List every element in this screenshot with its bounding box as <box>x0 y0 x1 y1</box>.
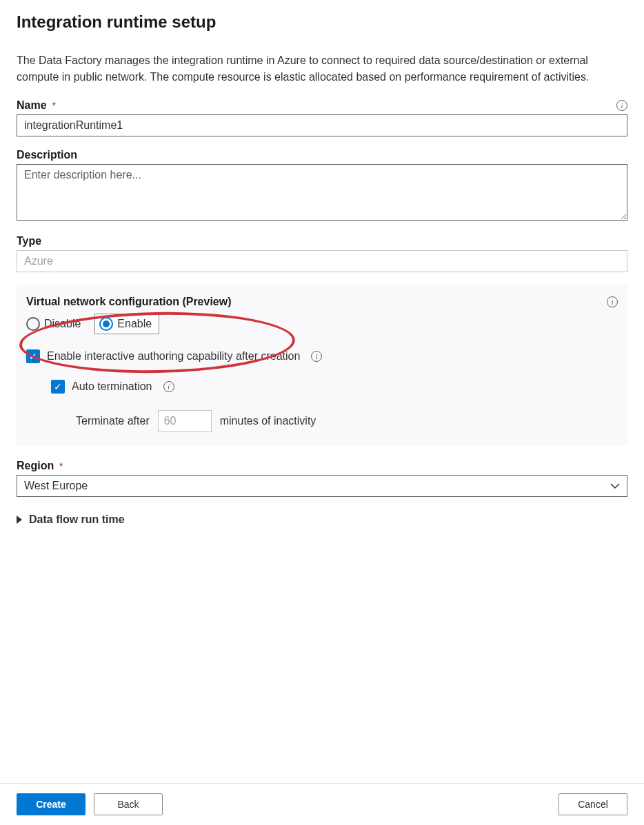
vnet-panel: Virtual network configuration (Preview) … <box>17 285 627 446</box>
region-required: * <box>59 460 63 471</box>
create-button[interactable]: Create <box>17 793 85 815</box>
type-label: Type <box>17 235 41 247</box>
vnet-enable-label: Enable <box>117 318 152 330</box>
region-field: Region * West Europe <box>17 460 627 497</box>
name-required: * <box>52 100 55 111</box>
chevron-down-icon <box>610 481 620 491</box>
checkmark-icon: ✓ <box>29 352 37 361</box>
description-input[interactable] <box>17 164 627 221</box>
info-icon[interactable]: i <box>607 296 618 307</box>
terminate-minutes-input[interactable] <box>158 410 212 432</box>
auto-termination-checkbox-row: ✓ Auto termination i <box>51 380 618 394</box>
interactive-authoring-label: Enable interactive authoring capability … <box>47 350 300 363</box>
type-field: Type <box>17 235 627 272</box>
page-description: The Data Factory manages the integration… <box>17 52 627 85</box>
checkmark-icon: ✓ <box>54 382 62 391</box>
vnet-radio-group: Disable Enable <box>26 314 618 334</box>
radio-checked-icon <box>99 317 113 331</box>
type-input <box>17 250 627 272</box>
name-label: Name <box>17 99 47 111</box>
dataflow-expander[interactable]: Data flow run time <box>17 513 627 526</box>
name-field: Name * i <box>17 99 627 136</box>
back-button[interactable]: Back <box>94 793 163 815</box>
auto-termination-label: Auto termination <box>72 380 152 393</box>
triangle-right-icon <box>17 516 22 524</box>
terminate-after-row: Terminate after minutes of inactivity <box>76 410 618 432</box>
terminate-prefix: Terminate after <box>76 415 150 427</box>
radio-unchecked-icon <box>26 317 40 331</box>
region-label: Region <box>17 460 54 471</box>
info-icon[interactable]: i <box>616 100 627 111</box>
vnet-disable-label: Disable <box>44 318 81 330</box>
dataflow-label: Data flow run time <box>29 513 125 526</box>
vnet-disable-radio[interactable]: Disable <box>26 314 86 334</box>
interactive-authoring-checkbox[interactable]: ✓ <box>26 349 40 363</box>
name-input[interactable] <box>17 114 627 136</box>
interactive-authoring-checkbox-row: ✓ Enable interactive authoring capabilit… <box>26 349 618 363</box>
vnet-enable-radio[interactable]: Enable <box>94 314 159 334</box>
vnet-title: Virtual network configuration (Preview) <box>26 296 232 308</box>
page-title: Integration runtime setup <box>17 0 627 37</box>
auto-termination-checkbox[interactable]: ✓ <box>51 380 65 394</box>
cancel-button[interactable]: Cancel <box>559 793 627 815</box>
footer-bar: Create Back Cancel <box>0 783 644 825</box>
region-select[interactable]: West Europe <box>17 475 627 497</box>
info-icon[interactable]: i <box>163 381 174 392</box>
description-field: Description <box>17 149 627 223</box>
terminate-suffix: minutes of inactivity <box>220 415 316 427</box>
info-icon[interactable]: i <box>311 351 322 362</box>
region-value: West Europe <box>24 480 88 492</box>
description-label: Description <box>17 149 77 161</box>
